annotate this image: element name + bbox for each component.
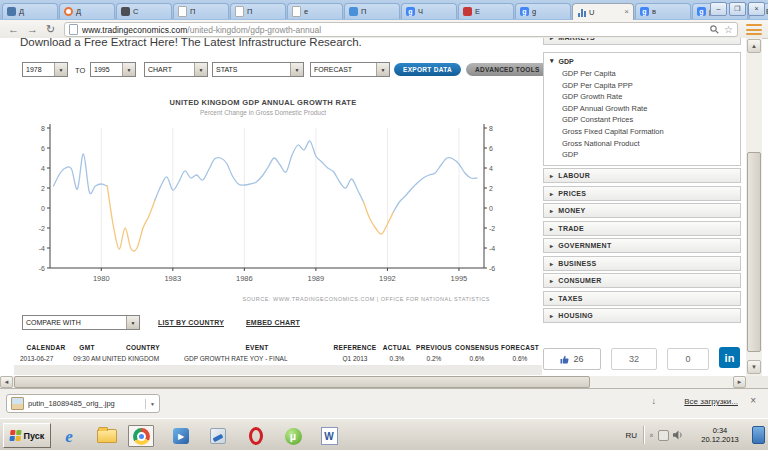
- sidebar-item-housing[interactable]: ▸HOUSING: [543, 308, 741, 323]
- sidebar-item-money[interactable]: ▸MONEY: [543, 203, 741, 218]
- scroll-up-button[interactable]: ▲: [747, 39, 761, 53]
- tab-active[interactable]: U×: [572, 3, 634, 20]
- minimize-button[interactable]: –: [710, 2, 727, 16]
- list-by-country-link[interactable]: LIST BY COUNTRY: [158, 319, 224, 326]
- tab[interactable]: gЧ: [401, 3, 457, 19]
- sidebar-item-label: TRADE: [558, 225, 584, 232]
- scroll-left-button[interactable]: ◄: [0, 376, 13, 388]
- back-button[interactable]: ←: [8, 22, 19, 36]
- bookmark-star-icon[interactable]: ☆: [724, 24, 733, 35]
- sidebar-link-gdp-constant-prices[interactable]: GDP Constant Prices: [562, 114, 740, 126]
- hidden-icons-chevron[interactable]: «: [649, 433, 656, 437]
- taskbar-word-icon[interactable]: W: [316, 425, 342, 447]
- linkedin-icon[interactable]: in: [719, 347, 740, 368]
- all-downloads-link[interactable]: Все загрузки...: [684, 397, 738, 406]
- ie-icon: e: [65, 428, 73, 445]
- tab[interactable]: Д: [59, 3, 115, 19]
- language-indicator[interactable]: RU: [626, 431, 638, 440]
- table-row[interactable]: 2013-06-2709:30 AMUNITED KINGDOMGDP GROW…: [20, 353, 542, 364]
- dropdown-arrow-icon[interactable]: ▼: [194, 63, 207, 76]
- tab-label: U: [589, 8, 594, 17]
- tab-label: g: [532, 7, 536, 16]
- promo-link[interactable]: Download a Free Extract Here! The Latest…: [20, 38, 362, 47]
- sidebar-link-gdp-annual-growth-rate[interactable]: GDP Annual Growth Rate: [562, 103, 740, 115]
- vertical-scroll-thumb[interactable]: [747, 152, 761, 352]
- tab[interactable]: П: [173, 3, 229, 19]
- tab[interactable]: П: [230, 3, 286, 19]
- tab[interactable]: С: [116, 3, 172, 19]
- taskbar-chrome-icon[interactable]: [128, 425, 154, 447]
- tab[interactable]: е: [287, 3, 343, 19]
- embed-chart-link[interactable]: EMBED CHART: [246, 319, 300, 326]
- restore-button[interactable]: ❐: [729, 2, 746, 16]
- dropdown-arrow-icon[interactable]: ▼: [126, 316, 139, 329]
- download-options-icon[interactable]: ▼: [145, 399, 155, 409]
- sidebar-item-labour[interactable]: ▸LABOUR: [543, 168, 741, 183]
- close-downloads-bar-icon[interactable]: ×: [750, 395, 756, 406]
- sidebar-item-trade[interactable]: ▸TRADE: [543, 221, 741, 236]
- chart-type-select[interactable]: CHART▼: [144, 62, 208, 77]
- sidebar-link-gdp[interactable]: GDP: [562, 149, 740, 161]
- forecast-select[interactable]: FORECAST▼: [310, 62, 390, 77]
- chrome-menu-icon[interactable]: [746, 24, 762, 35]
- tray-app-icon[interactable]: [658, 430, 669, 441]
- address-bar[interactable]: www.tradingeconomics.com/united-kingdom/…: [64, 22, 738, 37]
- facebook-like-button[interactable]: 26: [543, 348, 601, 370]
- dropdown-arrow-icon[interactable]: ▼: [122, 63, 135, 76]
- magnifier-icon[interactable]: [710, 25, 719, 34]
- horizontal-scroll-thumb[interactable]: [14, 376, 590, 388]
- vertical-scrollbar[interactable]: ▲ ▼: [746, 38, 762, 376]
- advanced-tools-button[interactable]: ADVANCED TOOLS: [466, 63, 549, 76]
- scroll-right-button[interactable]: ►: [733, 376, 746, 388]
- browser-toolbar: ← → ↻ www.tradingeconomics.com/united-ki…: [0, 20, 768, 39]
- volume-icon[interactable]: [673, 430, 684, 440]
- close-tab-icon[interactable]: ×: [624, 8, 629, 16]
- dropdown-arrow-icon[interactable]: ▼: [290, 63, 303, 76]
- taskbar-paint-app-icon[interactable]: [205, 425, 231, 447]
- from-year-select[interactable]: 1978▼: [22, 62, 68, 77]
- taskbar-utorrent-icon[interactable]: µ: [280, 425, 306, 447]
- reload-button[interactable]: ↻: [46, 22, 55, 36]
- chevron-right-icon: ▸: [550, 295, 553, 302]
- sidebar-link-gdp-growth-rate[interactable]: GDP Growth Rate: [562, 91, 740, 103]
- tab[interactable]: Е: [458, 3, 514, 19]
- tab[interactable]: gg: [515, 3, 571, 19]
- taskbar-opera-icon[interactable]: [243, 425, 269, 447]
- dropdown-arrow-icon[interactable]: ▼: [54, 63, 67, 76]
- sidebar-item-markets[interactable]: ▸ MARKETS: [543, 38, 741, 45]
- sidebar-item-gdp[interactable]: ▾ GDP: [544, 53, 740, 68]
- sidebar-item-consumer[interactable]: ▸CONSUMER: [543, 273, 741, 288]
- taskbar-ie-icon[interactable]: e: [56, 425, 82, 447]
- downloaded-file-button[interactable]: putin_18089485_orig_.jpg ▼: [6, 394, 160, 413]
- start-button[interactable]: Пуск: [3, 423, 51, 448]
- show-desktop-icon[interactable]: [752, 426, 765, 444]
- compare-with-select[interactable]: COMPARE WITH▼: [22, 315, 140, 330]
- to-year-select[interactable]: 1995▼: [90, 62, 136, 77]
- sidebar-item-business[interactable]: ▸BUSINESS: [543, 256, 741, 271]
- tab[interactable]: gв: [635, 3, 691, 19]
- dropdown-arrow-icon[interactable]: ▼: [376, 63, 389, 76]
- sidebar-item-taxes[interactable]: ▸TAXES: [543, 291, 741, 306]
- sidebar-item-government[interactable]: ▸GOVERNMENT: [543, 238, 741, 253]
- forward-button[interactable]: →: [27, 22, 38, 36]
- thumb-up-icon: [560, 355, 569, 364]
- sidebar-item-prices[interactable]: ▸PRICES: [543, 186, 741, 201]
- share-count-button[interactable]: 32: [611, 348, 657, 370]
- tab[interactable]: Д: [2, 3, 58, 19]
- column-header: REFERENCE: [330, 344, 380, 351]
- taskbar-media-player-icon[interactable]: ▶: [168, 425, 194, 447]
- sidebar-link-gross-fixed-capital-formation[interactable]: Gross Fixed Capital Formation: [562, 126, 740, 138]
- sidebar-link-gdp-per-capita[interactable]: GDP Per Capita: [562, 68, 740, 80]
- plus-count-button[interactable]: 0: [667, 348, 709, 370]
- sidebar-link-gdp-per-capita-ppp[interactable]: GDP Per Capita PPP: [562, 80, 740, 92]
- sidebar-link-gross-national-product[interactable]: Gross National Product: [562, 138, 740, 150]
- scroll-down-button[interactable]: ▼: [747, 360, 761, 374]
- chevron-right-icon: ▸: [550, 225, 553, 232]
- tab[interactable]: П: [344, 3, 400, 19]
- horizontal-scrollbar[interactable]: ◄ ►: [0, 376, 746, 388]
- stats-select[interactable]: STATS▼: [212, 62, 304, 77]
- taskbar-folder-icon[interactable]: [94, 425, 120, 447]
- clock[interactable]: 0:3420.12.2013: [694, 426, 746, 444]
- export-data-button[interactable]: EXPORT DATA: [394, 63, 461, 76]
- close-window-button[interactable]: ×: [748, 2, 765, 16]
